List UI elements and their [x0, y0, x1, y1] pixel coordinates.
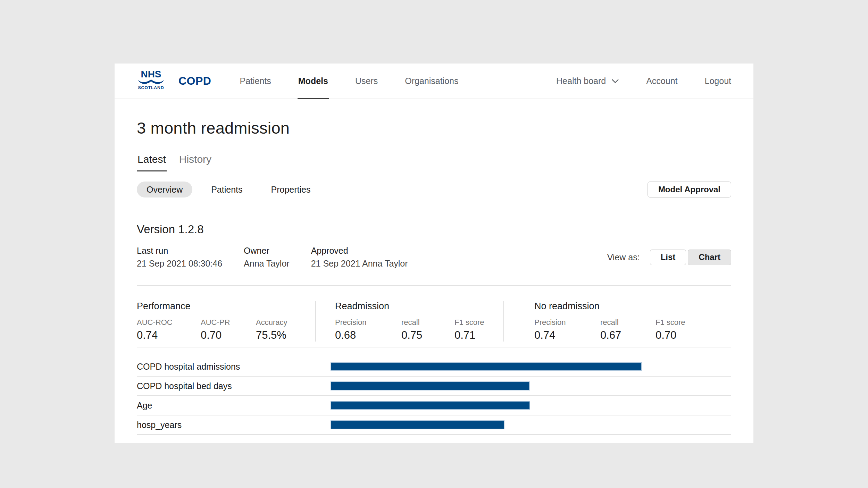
metric-readmission-precision-label: Precision [335, 318, 399, 327]
chart-row-label: Age [137, 401, 331, 411]
header-right: Health board Account Logout [529, 76, 731, 86]
view-as-chart-button[interactable]: Chart [688, 250, 731, 265]
chart-bar [331, 381, 530, 390]
metric-auc-roc-label: AUC-ROC [137, 318, 199, 327]
metrics-no-readmission: No readmission Precision 0.74 recall 0.6… [503, 301, 729, 342]
chart-row-label: hosp_years [137, 420, 331, 430]
metrics-performance-heading: Performance [137, 301, 315, 312]
nhs-scotland-logo[interactable]: NHS SCOTLAND [137, 70, 165, 92]
metric-no-readmission-precision-label: Precision [534, 318, 598, 327]
view-as-list-button[interactable]: List [650, 250, 686, 265]
subtab-overview[interactable]: Overview [137, 182, 192, 197]
meta-approved-label: Approved [311, 246, 408, 256]
metric-auc-pr: AUC-PR 0.70 [201, 318, 254, 342]
metric-auc-roc-value: 0.74 [137, 329, 199, 342]
subtabs-row: Overview Patients Properties Model Appro… [137, 182, 731, 197]
metric-no-readmission-recall-value: 0.67 [600, 329, 653, 342]
meta-last-run-label: Last run [137, 246, 222, 256]
version-tabs: Latest History [137, 153, 731, 171]
chart-track [331, 362, 731, 371]
metric-readmission-recall-value: 0.75 [401, 329, 452, 342]
metrics-readmission: Readmission Precision 0.68 recall 0.75 F… [315, 301, 503, 342]
nav-item-organisations[interactable]: Organisations [404, 64, 459, 99]
chart-bar [331, 401, 530, 410]
subtab-properties[interactable]: Properties [261, 182, 320, 197]
chart-track [331, 381, 731, 390]
nav-item-models[interactable]: Models [298, 64, 329, 99]
metric-accuracy-value: 75.5% [256, 329, 301, 342]
scotland-text: SCOTLAND [138, 85, 164, 90]
metrics-row: Performance AUC-ROC 0.74 AUC-PR 0.70 Acc… [137, 301, 731, 347]
meta-owner-label: Owner [244, 246, 290, 256]
metric-no-readmission-f1-value: 0.70 [656, 329, 697, 342]
feature-importance-chart: COPD hospital admissions COPD hospital b… [137, 357, 731, 435]
divider [137, 208, 731, 208]
view-as-group: View as: List Chart [607, 250, 731, 265]
metric-no-readmission-f1: F1 score 0.70 [656, 318, 697, 342]
app-title: COPD [178, 75, 211, 87]
metric-accuracy-label: Accuracy [256, 318, 301, 327]
chart-bar [331, 420, 504, 429]
chevron-down-icon [611, 79, 619, 84]
metric-auc-pr-label: AUC-PR [201, 318, 254, 327]
version-heading: Version 1.2.8 [137, 223, 731, 236]
metric-no-readmission-precision: Precision 0.74 [534, 318, 598, 342]
page-content: 3 month readmission Latest History Overv… [115, 99, 753, 443]
chart-bar [331, 362, 642, 371]
meta-owner-value: Anna Taylor [244, 259, 290, 269]
metric-readmission-f1-label: F1 score [454, 318, 496, 327]
chart-track [331, 401, 731, 410]
header-left: NHS SCOTLAND COPD Patients Models Users … [137, 64, 485, 99]
meta-approved-value: 21 Sep 2021 Anna Taylor [311, 259, 408, 269]
tab-history[interactable]: History [178, 153, 212, 171]
metric-no-readmission-recall-label: recall [600, 318, 653, 327]
metric-readmission-f1: F1 score 0.71 [454, 318, 496, 342]
metric-no-readmission-f1-label: F1 score [656, 318, 697, 327]
main-nav: Patients Models Users Organisations [239, 64, 485, 99]
metrics-readmission-heading: Readmission [335, 301, 503, 312]
metric-auc-pr-value: 0.70 [201, 329, 254, 342]
meta-last-run-value: 21 Sep 2021 08:30:46 [137, 259, 222, 269]
chart-row-label: COPD hospital admissions [137, 362, 331, 372]
meta-approved: Approved 21 Sep 2021 Anna Taylor [311, 246, 408, 269]
app-header: NHS SCOTLAND COPD Patients Models Users … [115, 64, 753, 99]
view-as-label: View as: [607, 252, 640, 262]
metric-auc-roc: AUC-ROC 0.74 [137, 318, 199, 342]
divider [137, 285, 731, 286]
main-card: NHS SCOTLAND COPD Patients Models Users … [115, 64, 753, 443]
nhs-wave-icon [138, 79, 164, 84]
metrics-no-readmission-heading: No readmission [534, 301, 729, 312]
tab-latest[interactable]: Latest [137, 153, 167, 171]
chart-track [331, 420, 731, 429]
metric-readmission-recall-label: recall [401, 318, 452, 327]
metric-no-readmission-precision-value: 0.74 [534, 329, 598, 342]
metrics-performance: Performance AUC-ROC 0.74 AUC-PR 0.70 Acc… [137, 301, 315, 342]
metric-readmission-precision-value: 0.68 [335, 329, 399, 342]
metric-readmission-recall: recall 0.75 [401, 318, 452, 342]
nav-item-users[interactable]: Users [354, 64, 378, 99]
logout-link[interactable]: Logout [705, 76, 731, 86]
nhs-text: NHS [141, 70, 161, 79]
metric-readmission-precision: Precision 0.68 [335, 318, 399, 342]
health-board-label: Health board [556, 76, 606, 86]
account-link[interactable]: Account [646, 76, 677, 86]
model-approval-button[interactable]: Model Approval [648, 182, 731, 197]
metric-no-readmission-recall: recall 0.67 [600, 318, 653, 342]
page-title: 3 month readmission [137, 99, 731, 137]
metric-readmission-f1-value: 0.71 [454, 329, 496, 342]
meta-last-run: Last run 21 Sep 2021 08:30:46 [137, 246, 222, 269]
nhs-scotland-logo-icon: NHS SCOTLAND [137, 70, 165, 91]
meta-owner: Owner Anna Taylor [244, 246, 290, 269]
chart-row-label: COPD hospital bed days [137, 381, 331, 391]
chart-row: Age [137, 396, 731, 415]
chart-row: COPD hospital admissions [137, 357, 731, 377]
nav-item-patients[interactable]: Patients [239, 64, 272, 99]
chart-row: COPD hospital bed days [137, 377, 731, 396]
version-meta-row: Last run 21 Sep 2021 08:30:46 Owner Anna… [137, 246, 731, 269]
chart-row: hosp_years [137, 415, 731, 435]
subtab-patients[interactable]: Patients [201, 182, 252, 197]
health-board-dropdown[interactable]: Health board [556, 76, 619, 86]
metric-accuracy: Accuracy 75.5% [256, 318, 301, 342]
